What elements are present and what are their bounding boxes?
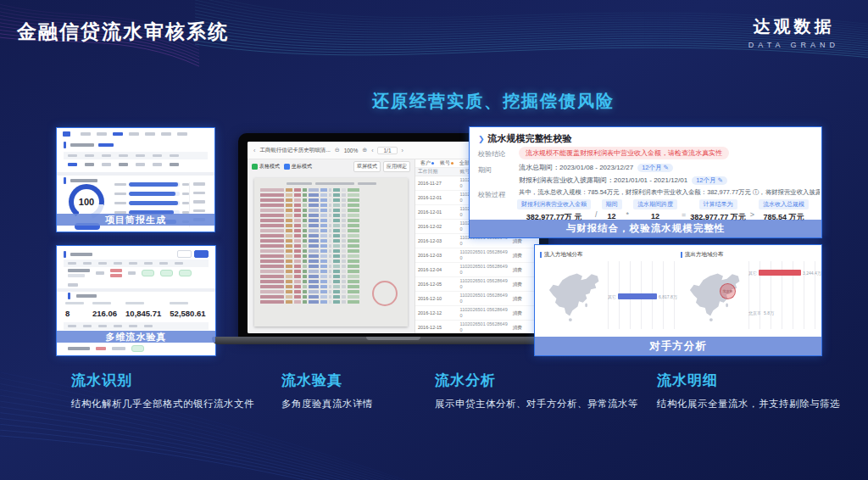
chevron-right-icon[interactable]: ❯: [478, 135, 485, 143]
formula-operator: /: [595, 210, 598, 219]
filter-customer[interactable]: 客户: [420, 159, 434, 167]
process-text: 其中，流水总收入规模：785.54万元，财报利润表中营业收入金额：382,977…: [519, 188, 820, 197]
laptop-table-cell: 1102026501 056286490: [458, 249, 510, 260]
conclusion-label: 校验结论: [478, 149, 505, 159]
feature-desc: 结构化解析几乎全部格式的银行流水文件: [71, 398, 254, 410]
scan-row: [260, 219, 408, 222]
table-mode-button[interactable]: 表格模式: [252, 163, 280, 170]
back-icon[interactable]: ‹: [253, 148, 255, 153]
laptop-table-row[interactable]: 2016-12-151102026501 056286490消费: [415, 321, 539, 333]
scan-row: [260, 224, 408, 227]
scan-row: [260, 193, 408, 197]
laptop-table-cell: 2016-12-03: [415, 253, 458, 258]
prev-page-icon[interactable]: ‹: [371, 148, 373, 153]
bar-value: 6,817.8万: [659, 294, 677, 299]
caption-briefing: 项目简报生成: [57, 214, 214, 226]
laptop-table-row[interactable]: 2016-12-031102026501 056286490消费: [415, 248, 539, 263]
feature-verification: 流水验真 多角度验真流水详情: [281, 371, 373, 410]
second-value: 5.8万: [764, 310, 774, 315]
period-line-2: 财报利润表营业收入披露期间：2021/01/01 - 2021/12/0112个…: [519, 176, 727, 185]
laptop-table-cell: 1102026501 056286490: [458, 278, 510, 289]
conclusion-alert: 流水规模不能覆盖财报利润表中营业收入金额，请检查流水真实性: [519, 147, 729, 159]
divider: [57, 288, 215, 292]
caption-integrity: 与财报结合，校验流水规模完整性: [470, 220, 821, 237]
counterparty-panel: 流入方地域分布 其它 6,817.8万 流出方地域分布 北京市: [534, 244, 822, 356]
feature-title: 流水明细: [657, 371, 840, 390]
scan-row: [260, 198, 408, 202]
scan-row: [260, 275, 408, 278]
mini-button[interactable]: [177, 250, 192, 258]
laptop-table-row[interactable]: 2016-12-041102026501 056286490消费: [415, 263, 539, 277]
laptop-table-cell: 1102026501 056286490: [458, 264, 510, 275]
feature-desc: 结构化展示全量流水，并支持剔除与筛选: [657, 398, 840, 410]
caption-verify: 多维流水验真: [57, 331, 215, 343]
zoom-in-icon[interactable]: ⊕: [362, 147, 367, 153]
integrity-check-panel: ❯流水规模完整性校验 校验结论 流水规模不能覆盖财报利润表中营业收入金额，请检查…: [469, 126, 822, 238]
mini-table-header: [64, 152, 208, 159]
outflow-title: 流出方地域分布: [681, 251, 816, 259]
score-bar-row: [114, 192, 189, 196]
next-page-icon[interactable]: ›: [402, 148, 403, 153]
laptop-table-row[interactable]: 2016-12-121102026501 056286490消费: [415, 306, 539, 321]
scan-row: [260, 204, 408, 207]
feature-analysis: 流水分析 展示申贷主体分析、对手方分析、异常流水等: [435, 371, 638, 410]
months-tag[interactable]: 12个月 ✎: [637, 164, 673, 172]
mini-button[interactable]: [194, 250, 209, 258]
bar-value: 3,244.4万: [803, 271, 821, 276]
bind-apply-button[interactable]: 应用绑定: [383, 161, 410, 172]
laptop-table-cell: 2016-12-10: [415, 296, 458, 301]
mini-table-header: [64, 322, 209, 330]
formula-label: 流水期间跨度: [633, 199, 677, 209]
mini-note: [64, 283, 209, 287]
scan-row: [260, 188, 408, 192]
formula-operator: >: [750, 210, 754, 219]
zoom-level: 100%: [344, 148, 359, 153]
mini-section-header: [64, 177, 97, 184]
scanned-statement-pane: 表格模式 坐标模式 双屏模式 应用绑定: [248, 159, 415, 333]
scan-row: [260, 209, 408, 212]
page-indicator: 1/1: [377, 147, 397, 154]
feature-desc: 多角度验真流水详情: [281, 398, 373, 410]
laptop-base: [212, 337, 575, 344]
scan-row: [260, 265, 408, 268]
verify-screenshot-card: 8 216.06 10,845.71 52,580.61 多维流水验真: [56, 245, 216, 356]
zoom-out-icon[interactable]: ⊖: [335, 147, 340, 153]
laptop-table-row[interactable]: 2016-12-101102026501 056286490消费: [415, 292, 539, 306]
mini-section-header: [64, 142, 114, 148]
laptop-notch: [366, 337, 420, 340]
status-pill: [160, 270, 173, 276]
laptop-table-cell: 2016-12-12: [415, 310, 458, 315]
table-mode-icon: [252, 164, 258, 170]
filter-account[interactable]: 账号: [440, 159, 453, 167]
laptop-table-cell: 1102026501 056286490: [458, 293, 510, 304]
formula-label: 期间: [602, 199, 622, 209]
caption-counterparty: 对手方分析: [535, 337, 821, 355]
laptop-table-cell: 2016-12-02: [415, 224, 458, 229]
page-title: 金融信贷流水审核系统: [17, 19, 229, 45]
laptop-table-cell: 2016-12-15: [415, 325, 458, 330]
stat-value: 10,845.71: [125, 309, 161, 318]
mini-table-row: [64, 345, 209, 352]
stat-item: 8: [65, 302, 84, 318]
scan-row: [260, 244, 408, 248]
laptop-table-cell: 2016-12-01: [415, 195, 458, 200]
formula-operator: *: [626, 210, 630, 219]
mini-navbar: [81, 132, 187, 136]
coordinate-mode-button[interactable]: 坐标模式: [284, 163, 312, 170]
bar-label: 其它: [608, 294, 616, 299]
mode-bar: 表格模式 坐标模式 双屏模式 应用绑定: [248, 159, 415, 173]
scan-row: [260, 229, 408, 232]
mini-section-header: [64, 250, 209, 258]
dual-screen-button[interactable]: 双屏模式: [353, 161, 381, 172]
laptop-table-row[interactable]: 2016-12-051102026501 056286490消费: [415, 277, 539, 292]
laptop-table-cell: 2016-12-05: [415, 282, 458, 287]
status-pill: [142, 270, 154, 276]
feature-title: 流水验真: [281, 371, 373, 390]
months-tag[interactable]: 12个月 ✎: [692, 176, 727, 185]
mini-table-row: [64, 163, 208, 166]
coordinate-mode-icon: [284, 164, 290, 170]
brand-logo: 达观数据 DATA GRAND: [748, 15, 839, 49]
laptop-table-cell: 1102026501 056286490: [458, 307, 510, 318]
briefing-screenshot-card: 100 项目简报生成: [56, 127, 215, 232]
scan-row: [260, 270, 408, 273]
